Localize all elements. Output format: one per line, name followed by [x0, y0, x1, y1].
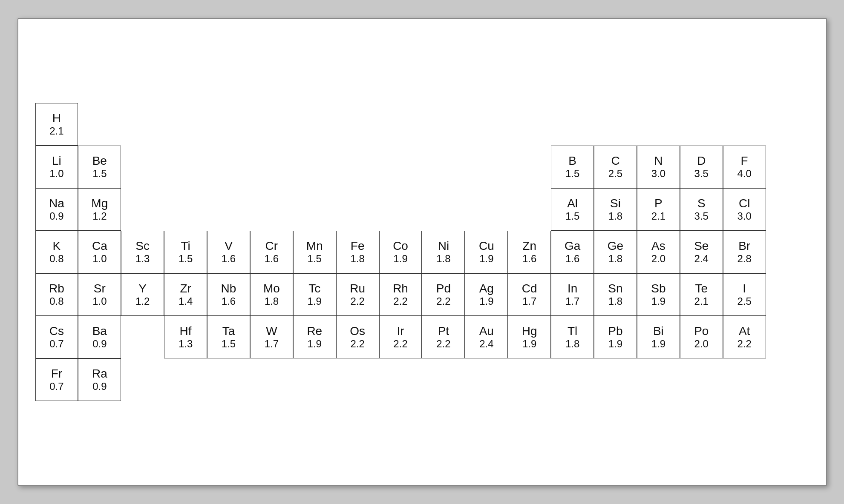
empty-cell — [508, 358, 551, 401]
element-cell-n: N3.0 — [637, 146, 680, 188]
element-symbol: In — [567, 281, 577, 296]
element-cell-ba: Ba0.9 — [78, 316, 121, 358]
element-symbol: Os — [350, 324, 365, 338]
element-symbol: D — [697, 154, 706, 168]
element-cell-ag: Ag1.9 — [465, 273, 508, 316]
element-symbol: K — [53, 239, 61, 253]
empty-cell — [121, 146, 164, 188]
element-symbol: Pb — [608, 324, 622, 338]
element-symbol: Tl — [567, 324, 577, 338]
element-value: 2.2 — [350, 295, 364, 308]
element-symbol: Cu — [479, 239, 494, 253]
empty-cell — [766, 188, 809, 231]
empty-cell — [121, 188, 164, 231]
element-symbol: As — [651, 239, 665, 253]
element-value: 1.7 — [265, 338, 279, 350]
element-value: 1.8 — [565, 338, 579, 350]
element-symbol: Pd — [436, 281, 451, 296]
element-value: 0.7 — [49, 381, 63, 393]
empty-cell — [164, 188, 207, 231]
empty-cell — [508, 188, 551, 231]
element-value: 1.8 — [436, 253, 450, 265]
element-value: 1.8 — [608, 253, 622, 265]
element-symbol: Fr — [51, 367, 62, 381]
element-cell-re: Re1.9 — [293, 316, 336, 358]
element-symbol: Au — [479, 324, 494, 338]
element-cell-ca: Ca1.0 — [78, 231, 121, 273]
element-symbol: Sc — [135, 239, 150, 253]
element-symbol: H — [52, 111, 61, 126]
element-value: 1.9 — [479, 295, 493, 308]
element-cell-hf: Hf1.3 — [164, 316, 207, 358]
empty-cell — [379, 358, 422, 401]
empty-cell — [207, 358, 250, 401]
empty-cell — [766, 231, 809, 273]
element-symbol: Sr — [94, 281, 106, 296]
element-value: 1.4 — [179, 295, 193, 308]
element-symbol: Cl — [739, 196, 750, 211]
element-value: 2.2 — [393, 338, 407, 350]
element-value: 1.2 — [135, 295, 150, 308]
empty-cell — [293, 103, 336, 146]
empty-cell — [637, 358, 680, 401]
empty-cell — [293, 358, 336, 401]
empty-cell — [250, 188, 293, 231]
element-symbol: Mg — [91, 196, 108, 211]
element-symbol: Te — [695, 281, 708, 296]
element-value: 2.8 — [737, 253, 751, 265]
element-cell-zr: Zr1.4 — [164, 273, 207, 316]
empty-cell — [594, 103, 637, 146]
element-symbol: Cd — [522, 281, 537, 296]
element-symbol: Cr — [265, 239, 278, 253]
element-value: 1.7 — [565, 295, 579, 308]
element-value: 2.1 — [49, 125, 63, 137]
element-cell-ra: Ra0.9 — [78, 358, 121, 401]
element-symbol: Pt — [438, 324, 449, 338]
empty-cell — [422, 146, 465, 188]
element-value: 0.8 — [49, 253, 63, 265]
element-value: 4.0 — [737, 168, 751, 180]
element-value: 1.9 — [651, 338, 665, 350]
empty-cell — [594, 358, 637, 401]
element-value: 3.0 — [737, 210, 751, 223]
element-cell-co: Co1.9 — [379, 231, 422, 273]
element-cell-fr: Fr0.7 — [35, 358, 78, 401]
element-value: 0.9 — [49, 210, 63, 223]
element-value: 1.6 — [222, 295, 236, 308]
element-value: 2.2 — [737, 338, 751, 350]
empty-cell — [422, 188, 465, 231]
element-symbol: Ir — [397, 324, 404, 338]
empty-cell — [551, 358, 594, 401]
element-cell-se: Se2.4 — [680, 231, 723, 273]
element-symbol: S — [697, 196, 706, 211]
empty-cell — [336, 103, 379, 146]
empty-cell — [680, 358, 723, 401]
element-value: 3.0 — [651, 168, 665, 180]
element-cell-sr: Sr1.0 — [78, 273, 121, 316]
element-value: 1.8 — [350, 253, 364, 265]
element-cell-hg: Hg1.9 — [508, 316, 551, 358]
empty-cell — [465, 103, 508, 146]
element-value: 1.9 — [393, 253, 407, 265]
element-value: 1.0 — [92, 295, 107, 308]
empty-cell — [250, 103, 293, 146]
element-cell-b: B1.5 — [551, 146, 594, 188]
element-cell-tc: Tc1.9 — [293, 273, 336, 316]
element-cell-ir: Ir2.2 — [379, 316, 422, 358]
element-value: 1.3 — [179, 338, 193, 350]
element-cell-br: Br2.8 — [723, 231, 766, 273]
element-symbol: Hg — [522, 324, 537, 338]
element-value: 2.2 — [436, 295, 450, 308]
empty-cell — [164, 146, 207, 188]
element-value: 2.0 — [694, 338, 709, 350]
element-cell-al: Al1.5 — [551, 188, 594, 231]
element-value: 1.5 — [92, 168, 107, 180]
element-symbol: F — [741, 154, 748, 168]
element-cell-li: Li1.0 — [35, 146, 78, 188]
empty-cell — [336, 188, 379, 231]
element-value: 1.6 — [265, 253, 279, 265]
empty-cell — [680, 103, 723, 146]
element-cell-ni: Ni1.8 — [422, 231, 465, 273]
element-cell-v: V1.6 — [207, 231, 250, 273]
element-symbol: Re — [307, 324, 322, 338]
